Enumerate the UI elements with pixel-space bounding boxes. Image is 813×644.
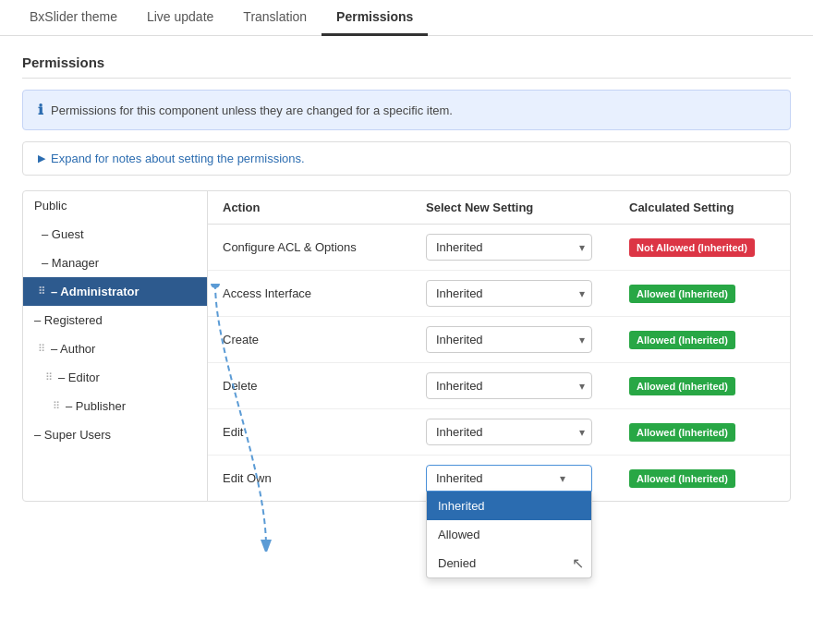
header-select: Select New Setting	[426, 200, 629, 214]
select-wrapper-edit: Inherited Allowed Denied ▾	[426, 419, 592, 445]
tree-panel: Public – Guest – Manager ⠿ – Administrat…	[23, 191, 208, 501]
tree-label-editor: – Editor	[58, 371, 100, 384]
tab-liveupdate[interactable]: Live update	[132, 0, 228, 36]
status-badge-edit: Allowed (Inherited)	[629, 423, 735, 442]
table-row-delete: Delete Inherited Allowed Denied ▾ Allowe…	[208, 363, 790, 409]
drag-handle-administrator: ⠿	[38, 286, 45, 298]
table-row-configure-acl: Configure ACL & Options Inherited Allowe…	[208, 225, 790, 271]
select-wrapper-configure-acl: Inherited Allowed Denied ▾	[426, 234, 592, 261]
tree-item-public[interactable]: Public	[23, 191, 207, 220]
badge-configure-acl: Not Allowed (Inherited)	[629, 238, 775, 257]
section-title: Permissions	[22, 55, 791, 79]
expand-arrow-icon: ▶	[38, 152, 45, 164]
action-edit-own: Edit Own	[223, 471, 426, 485]
info-icon: ℹ	[38, 102, 43, 118]
status-badge-create: Allowed (Inherited)	[629, 331, 735, 349]
tree-label-manager: – Manager	[42, 256, 99, 270]
action-edit: Edit	[223, 425, 426, 439]
select-wrapper-access-interface: Inherited Allowed Denied ▾	[426, 280, 592, 307]
select-edit-own-display[interactable]: Inherited ▾	[426, 465, 592, 492]
tree-item-guest[interactable]: – Guest	[23, 220, 207, 249]
expand-text: Expand for notes about setting the permi…	[51, 152, 305, 165]
table-row-access-interface: Access Interface Inherited Allowed Denie…	[208, 271, 790, 317]
status-badge-access-interface: Allowed (Inherited)	[629, 285, 735, 303]
tree-label-registered: – Registered	[34, 313, 103, 327]
tree-label-author: – Author	[51, 342, 95, 356]
tree-label-publisher: – Publisher	[66, 399, 126, 413]
dropdown-list-edit-own: Inherited Allowed Denied ↖	[426, 492, 592, 578]
info-text: Permissions for this component unless th…	[51, 103, 453, 117]
status-badge-delete: Allowed (Inherited)	[629, 377, 735, 395]
table-row-edit: Edit Inherited Allowed Denied ▾ Allowed …	[208, 409, 790, 456]
status-badge-configure-acl: Not Allowed (Inherited)	[629, 238, 755, 257]
table-row-create: Create Inherited Allowed Denied ▾ Allowe…	[208, 317, 790, 363]
tree-item-manager[interactable]: – Manager	[23, 249, 207, 277]
select-access-interface[interactable]: Inherited Allowed Denied	[426, 280, 592, 307]
select-wrapper-edit-own: Inherited ▾ Inherited Allowed Denied ↖	[426, 465, 629, 492]
info-box: ℹ Permissions for this component unless …	[22, 90, 791, 130]
header-calculated: Calculated Setting	[629, 200, 775, 214]
permissions-table: Action Select New Setting Calculated Set…	[208, 191, 790, 501]
table-header: Action Select New Setting Calculated Set…	[208, 191, 790, 225]
action-delete: Delete	[223, 379, 426, 393]
badge-edit: Allowed (Inherited)	[629, 423, 775, 442]
tree-item-superusers[interactable]: – Super Users	[23, 420, 207, 449]
drag-handle-author: ⠿	[38, 343, 45, 355]
tree-label-administrator: – Administrator	[51, 285, 140, 298]
tree-item-author[interactable]: ⠿ – Author	[23, 334, 207, 363]
tree-item-registered[interactable]: – Registered	[23, 306, 207, 334]
tree-item-editor[interactable]: ⠿ – Editor	[23, 363, 207, 392]
select-edit[interactable]: Inherited Allowed Denied	[426, 419, 592, 445]
badge-access-interface: Allowed (Inherited)	[629, 285, 775, 303]
select-wrapper-create: Inherited Allowed Denied ▾	[426, 326, 592, 353]
tab-bxslider[interactable]: BxSlider theme	[15, 0, 132, 36]
status-badge-edit-own: Allowed (Inherited)	[629, 469, 735, 488]
action-access-interface: Access Interface	[223, 286, 426, 300]
select-wrapper-delete: Inherited Allowed Denied ▾	[426, 372, 592, 399]
table-row-edit-own: Edit Own Inherited ▾ Inherited Allowed	[208, 456, 790, 501]
action-configure-acl: Configure ACL & Options	[223, 240, 426, 254]
tab-translation[interactable]: Translation	[228, 0, 322, 36]
tab-permissions[interactable]: Permissions	[322, 0, 428, 36]
badge-edit-own: Allowed (Inherited)	[629, 469, 775, 488]
dropdown-option-inherited[interactable]: Inherited	[427, 492, 591, 520]
select-configure-acl[interactable]: Inherited Allowed Denied	[426, 234, 592, 261]
cursor-icon: ↖	[572, 554, 591, 572]
expand-box[interactable]: ▶ Expand for notes about setting the per…	[22, 141, 791, 176]
dropdown-option-allowed[interactable]: Allowed	[427, 520, 591, 549]
action-create: Create	[223, 333, 426, 346]
tree-label-superusers: – Super Users	[34, 428, 111, 442]
tree-label-guest: – Guest	[42, 227, 84, 241]
tab-bar: BxSlider theme Live update Translation P…	[0, 0, 813, 36]
select-delete[interactable]: Inherited Allowed Denied	[426, 372, 592, 399]
tree-label-public: Public	[34, 199, 67, 213]
tree-item-publisher[interactable]: ⠿ – Publisher	[23, 392, 207, 420]
select-edit-own-value: Inherited	[436, 471, 483, 485]
drag-handle-editor: ⠿	[45, 371, 53, 383]
tree-item-administrator[interactable]: ⠿ – Administrator	[23, 277, 207, 306]
chevron-down-icon-edit-own: ▾	[560, 472, 565, 485]
select-create[interactable]: Inherited Allowed Denied	[426, 326, 592, 353]
permissions-layout: Public – Guest – Manager ⠿ – Administrat…	[22, 190, 791, 502]
drag-handle-publisher: ⠿	[53, 400, 60, 412]
dropdown-option-denied[interactable]: Denied	[427, 549, 572, 577]
header-action: Action	[223, 200, 426, 214]
badge-create: Allowed (Inherited)	[629, 331, 775, 349]
main-content: Permissions ℹ Permissions for this compo…	[0, 36, 813, 520]
badge-delete: Allowed (Inherited)	[629, 377, 775, 395]
